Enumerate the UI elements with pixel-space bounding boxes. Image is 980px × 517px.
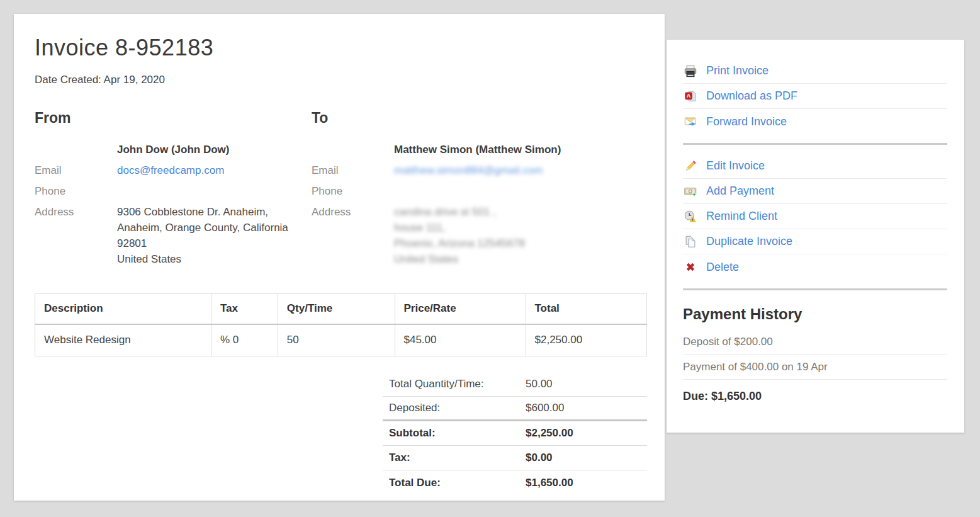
parties-section: From John Dow (John Dow) Email docs@free… [35,110,647,272]
from-section: From John Dow (John Dow) Email docs@free… [35,110,312,272]
invoice-items-table: Description Tax Qty/Time Price/Rate Tota… [35,293,647,356]
printer-icon [683,64,698,78]
pdf-icon: A [683,89,698,103]
to-phone-label: Phone [312,183,394,199]
red-x-icon [683,260,698,274]
to-heading: To [312,110,647,127]
payment-history-heading: Payment History [683,305,947,323]
from-phone-label: Phone [35,183,117,199]
col-qty-time: Qty/Time [278,294,395,324]
to-email-label: Email [312,162,394,178]
to-email-link-blurred[interactable]: matthew.simon884@gmail.com [394,162,543,178]
from-name-row: John Dow (John Dow) [35,142,312,157]
copy-icon [683,235,698,249]
from-email-row: Email docs@freedcamp.com [35,162,312,178]
to-name: Matthew Simon (Matthew Simon) [394,142,561,157]
cash-plus-icon [683,185,698,198]
table-row: Website Redesign % 0 50 $45.00 $2,250.00 [35,324,647,356]
cell-price-rate: $45.00 [395,324,526,356]
edit-invoice-link[interactable]: Edit Invoice [706,159,765,173]
to-address-row: Address carolina drive st 501 , house 11… [312,204,647,267]
to-address-value-blurred: carolina drive st 501 , house 111, Phoen… [394,204,525,267]
to-email-row: Email matthew.simon884@gmail.com [312,162,647,178]
totals-section: Total Quantity/Time: 50.00 Deposited: $6… [383,372,647,495]
actions-card: Print Invoice A Download as PDF Forward [667,40,964,433]
forward-invoice-link[interactable]: Forward Invoice [706,115,787,128]
action-remind-client[interactable]: Remind Client [683,204,947,229]
action-edit-invoice[interactable]: Edit Invoice [683,154,947,179]
deposited-row: Deposited: $600.00 [383,397,647,421]
cell-total: $2,250.00 [526,324,647,356]
tax-row: Tax: $0.00 [383,446,647,470]
clock-alert-icon [683,210,698,224]
from-address-row: Address 9306 Cobblestone Dr. Anaheim, An… [35,204,312,267]
cell-qty-time: 50 [278,324,395,356]
payment-history-entry-deposit: Deposit of $200.00 [683,329,947,355]
action-print-invoice[interactable]: Print Invoice [683,59,947,84]
from-phone-row: Phone [35,183,312,199]
invoice-card: Invoice 8-952183 Date Created: Apr 19, 2… [14,14,665,501]
section-divider [683,143,947,145]
action-download-pdf[interactable]: A Download as PDF [683,84,947,109]
col-tax: Tax [211,294,278,324]
to-section: To Matthew Simon (Matthew Simon) Email m… [312,110,647,272]
action-add-payment[interactable]: Add Payment [683,179,947,204]
section-divider [683,288,947,290]
from-email-label: Email [35,162,117,178]
to-name-row: Matthew Simon (Matthew Simon) [312,142,647,157]
actions-secondary-group: Edit Invoice Add Payment [683,154,947,280]
subtotal-row: Subtotal: $2,250.00 [383,421,647,446]
table-header-row: Description Tax Qty/Time Price/Rate Tota… [35,294,647,324]
action-duplicate-invoice[interactable]: Duplicate Invoice [683,229,947,254]
payment-history-due: Due: $1,650.00 [683,390,947,403]
payment-history-entry-payment: Payment of $400.00 on 19 Apr [683,355,947,380]
duplicate-invoice-link[interactable]: Duplicate Invoice [706,235,792,248]
to-address-label: Address [312,204,394,267]
total-due-row: Total Due: $1,650.00 [383,470,647,495]
col-description: Description [35,294,211,324]
delete-link[interactable]: Delete [706,261,739,274]
from-address-label: Address [35,204,117,267]
cell-description: Website Redesign [35,324,211,356]
print-invoice-link[interactable]: Print Invoice [706,64,769,77]
pencil-icon [683,159,698,173]
action-delete[interactable]: Delete [683,254,947,280]
action-forward-invoice[interactable]: Forward Invoice [683,109,947,134]
col-total: Total [526,294,647,324]
to-phone-row: Phone [312,183,647,199]
add-payment-link[interactable]: Add Payment [706,185,774,198]
cell-tax: % 0 [211,324,278,356]
envelope-forward-icon [683,115,698,128]
from-name: John Dow (John Dow) [117,142,229,157]
date-created: Date Created: Apr 19, 2020 [35,74,647,86]
actions-primary-group: Print Invoice A Download as PDF Forward [683,59,947,134]
from-heading: From [35,110,312,127]
from-address-value: 9306 Cobblestone Dr. Anaheim, Anaheim, O… [117,204,288,267]
total-quantity-row: Total Quantity/Time: 50.00 [383,372,647,397]
download-pdf-link[interactable]: Download as PDF [706,89,797,103]
col-price-rate: Price/Rate [395,294,526,324]
remind-client-link[interactable]: Remind Client [706,210,777,223]
from-email-link[interactable]: docs@freedcamp.com [117,162,224,178]
svg-text:A: A [687,93,691,99]
page-title: Invoice 8-952183 [35,35,647,61]
